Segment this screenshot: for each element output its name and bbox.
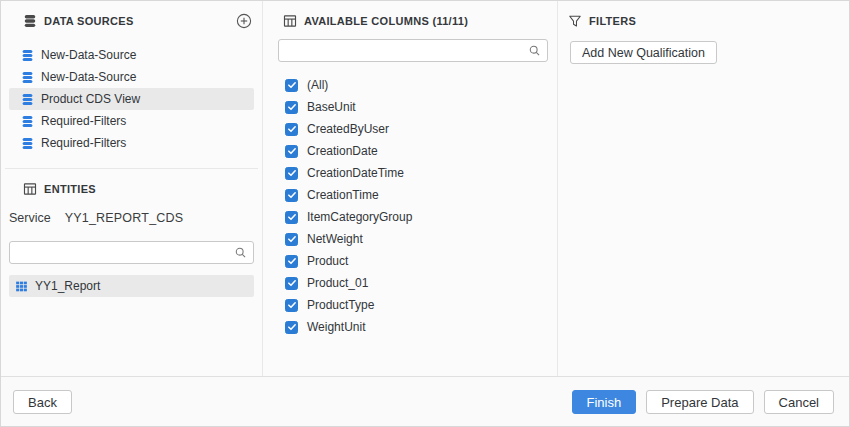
column-row: CreatedByUser: [263, 118, 557, 140]
add-data-source-button[interactable]: [236, 13, 252, 29]
check-icon: [287, 212, 297, 222]
check-icon: [287, 124, 297, 134]
data-source-label: Required-Filters: [41, 114, 126, 128]
entities-header: ENTITIES: [23, 181, 252, 197]
checkbox[interactable]: [285, 233, 298, 246]
column-row: CreationDate: [263, 140, 557, 162]
checkbox[interactable]: [285, 299, 298, 312]
column-row: CreationDateTime: [263, 162, 557, 184]
checkbox[interactable]: [285, 123, 298, 136]
column-label: CreationTime: [307, 188, 379, 202]
check-icon: [287, 102, 297, 112]
check-icon: [287, 322, 297, 332]
data-source-item[interactable]: Required-Filters: [9, 132, 254, 154]
database-icon: [21, 137, 34, 150]
column-label: BaseUnit: [307, 100, 356, 114]
finish-button[interactable]: Finish: [572, 390, 637, 414]
column-list: (All) BaseUnit CreatedByUser CreationDat…: [263, 74, 557, 338]
checkbox[interactable]: [285, 321, 298, 334]
data-source-label: New-Data-Source: [41, 48, 136, 62]
data-sources-title: DATA SOURCES: [44, 15, 134, 27]
check-icon: [287, 300, 297, 310]
database-icon: [21, 71, 34, 84]
table-icon: [283, 14, 297, 28]
checkbox[interactable]: [285, 189, 298, 202]
data-source-label: Required-Filters: [41, 136, 126, 150]
column-label: ProductType: [307, 298, 374, 312]
checkbox[interactable]: [285, 255, 298, 268]
database-icon: [21, 49, 34, 62]
column-label: ItemCategoryGroup: [307, 210, 412, 224]
column-row: NetWeight: [263, 228, 557, 250]
data-source-item[interactable]: Product CDS View: [9, 88, 254, 110]
data-sources-header: DATA SOURCES: [23, 13, 252, 29]
service-label: Service: [9, 211, 51, 225]
column-label: Product_01: [307, 276, 368, 290]
cancel-button[interactable]: Cancel: [764, 390, 834, 414]
data-source-item[interactable]: New-Data-Source: [9, 44, 254, 66]
column-label: NetWeight: [307, 232, 363, 246]
check-icon: [287, 234, 297, 244]
section-divider: [5, 168, 258, 169]
column-row: CreationTime: [263, 184, 557, 206]
database-icon: [21, 115, 34, 128]
entity-label: YY1_Report: [35, 279, 100, 293]
columns-search-input[interactable]: [278, 39, 548, 62]
check-icon: [287, 278, 297, 288]
database-icon: [23, 14, 37, 28]
data-source-label: New-Data-Source: [41, 70, 136, 84]
checkbox[interactable]: [285, 101, 298, 114]
filters-header: FILTERS: [568, 13, 839, 29]
column-row: (All): [263, 74, 557, 96]
data-source-item[interactable]: Required-Filters: [9, 110, 254, 132]
column-label: (All): [307, 78, 328, 92]
checkbox[interactable]: [285, 145, 298, 158]
check-icon: [287, 80, 297, 90]
back-button[interactable]: Back: [13, 390, 72, 414]
checkbox[interactable]: [285, 211, 298, 224]
column-label: CreationDate: [307, 144, 378, 158]
column-label: WeightUnit: [307, 320, 365, 334]
wizard-footer: Back Finish Prepare Data Cancel: [1, 377, 849, 427]
service-row: ServiceYY1_REPORT_CDS: [9, 211, 254, 225]
grid-table-icon: [15, 280, 28, 293]
database-icon: [21, 93, 34, 106]
service-name: YY1_REPORT_CDS: [65, 211, 184, 225]
columns-search: [278, 39, 548, 62]
filters-title: FILTERS: [589, 15, 636, 27]
column-row: Product_01: [263, 272, 557, 294]
checkbox[interactable]: [285, 79, 298, 92]
available-columns-panel: AVAILABLE COLUMNS (11/11) (All) BaseUnit…: [263, 1, 558, 376]
column-row: WeightUnit: [263, 316, 557, 338]
entities-search: [9, 241, 254, 264]
check-icon: [287, 146, 297, 156]
check-icon: [287, 256, 297, 266]
entities-search-input[interactable]: [9, 241, 254, 264]
wizard-panels: DATA SOURCES New-Data-Source New-Data-So…: [1, 1, 849, 377]
column-label: CreationDateTime: [307, 166, 404, 180]
available-columns-title: AVAILABLE COLUMNS (11/11): [304, 15, 468, 27]
filter-funnel-icon: [568, 14, 582, 28]
prepare-data-button[interactable]: Prepare Data: [646, 390, 753, 414]
table-icon: [23, 182, 37, 196]
check-icon: [287, 190, 297, 200]
check-icon: [287, 168, 297, 178]
entity-item[interactable]: YY1_Report: [9, 275, 254, 297]
plus-circle-icon: [236, 13, 252, 29]
data-source-list: New-Data-Source New-Data-Source Product …: [1, 44, 262, 154]
data-source-wizard: DATA SOURCES New-Data-Source New-Data-So…: [0, 0, 850, 427]
entities-title: ENTITIES: [44, 183, 96, 195]
column-row: Product: [263, 250, 557, 272]
checkbox[interactable]: [285, 277, 298, 290]
column-row: BaseUnit: [263, 96, 557, 118]
column-row: ProductType: [263, 294, 557, 316]
add-new-qualification-button[interactable]: Add New Qualification: [570, 41, 717, 64]
data-source-label: Product CDS View: [41, 92, 140, 106]
column-label: CreatedByUser: [307, 122, 389, 136]
available-columns-header: AVAILABLE COLUMNS (11/11): [283, 13, 547, 29]
filters-panel: FILTERS Add New Qualification: [558, 1, 849, 376]
data-sources-panel: DATA SOURCES New-Data-Source New-Data-So…: [1, 1, 263, 376]
checkbox[interactable]: [285, 167, 298, 180]
column-label: Product: [307, 254, 348, 268]
data-source-item[interactable]: New-Data-Source: [9, 66, 254, 88]
